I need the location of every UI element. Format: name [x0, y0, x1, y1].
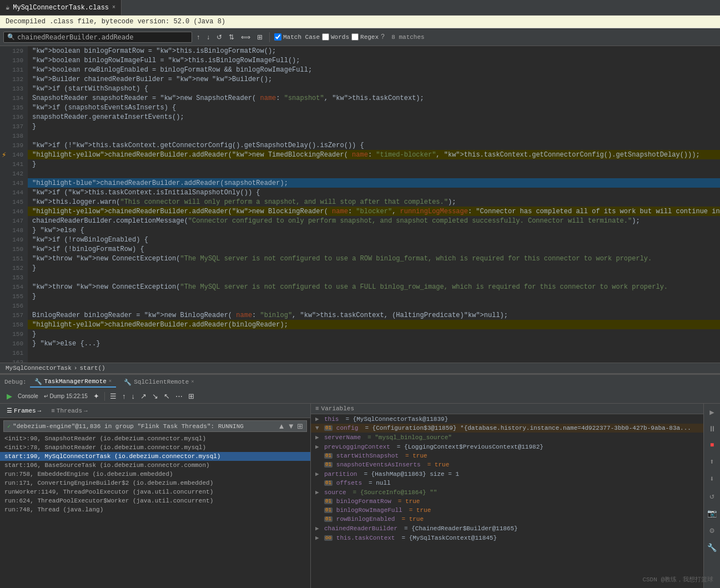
var-expand-icon[interactable]: ▶ — [315, 415, 322, 423]
side-camera-icon[interactable]: 📷 — [706, 507, 718, 520]
gutter-line: 162 — [0, 358, 28, 363]
threads-tab[interactable]: ≡ Threads → — [48, 407, 90, 415]
debug-extra-btn[interactable]: ⊞ — [186, 391, 197, 401]
debug-down-btn[interactable]: ↓ — [129, 391, 137, 401]
var-item[interactable]: ▶source= {SourceInfo@11864} "" — [311, 488, 703, 497]
side-resume-icon[interactable]: ▶ — [708, 406, 716, 419]
var-item[interactable]: 01rowBinlogEnabled= true — [311, 515, 703, 524]
regex-label[interactable]: Regex — [351, 33, 379, 41]
code-line: "kw">boolean binlogRowImageFull = "kw">t… — [28, 56, 720, 65]
file-tab[interactable]: ☕ MySqlConnectorTask.class × — [0, 0, 122, 15]
search-next-btn[interactable]: ↓ — [204, 32, 212, 42]
thread-up-btn[interactable]: ▲ — [278, 422, 285, 430]
var-item[interactable]: 01binlogFormatRow= true — [311, 497, 703, 506]
var-expand-icon[interactable]: ▶ — [315, 525, 322, 532]
side-pause-icon[interactable]: ⏸ — [707, 423, 718, 435]
regex-text: Regex — [360, 34, 379, 41]
code-line: "kw">if (!rowBinlogEnabled) { — [28, 235, 720, 244]
var-item[interactable]: 01offsets= null — [311, 479, 703, 488]
side-gear-icon[interactable]: ⚙ — [708, 524, 716, 537]
var-expand-icon[interactable]: ▶ — [315, 443, 322, 450]
debug-frames-btn[interactable]: ☰ — [108, 391, 119, 401]
var-type-badge: 01 — [324, 507, 333, 513]
search-refresh-btn[interactable]: ↺ — [214, 32, 224, 42]
side-refresh-icon[interactable]: ↺ — [708, 490, 716, 502]
var-item[interactable]: 01startWithSnapshot= true — [311, 451, 703, 460]
info-bar-text: Decompiled .class file, bytecode version… — [6, 18, 225, 26]
var-expand-icon[interactable]: ▼ — [315, 425, 322, 431]
debug-tab-task-close[interactable]: × — [109, 379, 112, 384]
search-input[interactable] — [17, 33, 178, 41]
debug-tab-sql-close[interactable]: × — [191, 379, 194, 385]
tab-close-btn[interactable]: × — [112, 4, 115, 11]
var-expand-icon[interactable]: ▶ — [315, 534, 322, 541]
words-checkbox[interactable] — [322, 33, 329, 41]
thread-down-btn[interactable]: ▼ — [288, 422, 295, 430]
stack-item[interactable]: runWorker:1149, ThreadPoolExecutor (java… — [0, 488, 310, 496]
debug-tab-task[interactable]: 🔧 TaskManagerRemote × — [30, 377, 117, 388]
stack-item[interactable]: run:624, ThreadPoolExecutor$Worker (java… — [0, 496, 310, 505]
side-icons: ▶ ⏸ ■ ⬆ ⬇ ↺ 📷 ⚙ 🔧 — [703, 404, 720, 588]
debug-up-btn[interactable]: ↑ — [120, 391, 128, 401]
search-filter-btn[interactable]: ⇅ — [226, 32, 236, 42]
stack-item[interactable]: run:758, EmbeddedEngine (io.debezium.emb… — [0, 470, 310, 479]
gutter-line: 160 — [0, 339, 28, 348]
var-item[interactable]: ▶chainedReaderBuilder= {ChainedReader$Bu… — [311, 524, 703, 533]
debug-step-over[interactable]: ↗ — [138, 391, 149, 401]
var-expand-icon[interactable]: ▶ — [315, 434, 322, 441]
var-item[interactable]: ▶oothis.taskContext= {MySqlTaskContext@1… — [311, 533, 703, 542]
var-value: = {LoggingContext$PreviousContext@11982} — [397, 444, 543, 450]
side-tool-icon[interactable]: 🔧 — [706, 541, 718, 554]
var-name: binlogRowImageFull — [336, 507, 402, 514]
debug-tab-task-label: TaskManagerRemote — [44, 378, 107, 385]
code-line — [28, 358, 720, 363]
side-stop-icon[interactable]: ■ — [708, 440, 716, 451]
var-item[interactable]: ▼01config= {Configuration$3@11859} *{dat… — [311, 424, 703, 433]
debug-more-btn[interactable]: ⋯ — [173, 391, 185, 401]
var-item[interactable]: ▶prevLoggingContext= {LoggingContext$Pre… — [311, 442, 703, 451]
breadcrumb-class: MySqlConnectorTask — [6, 365, 72, 371]
var-item[interactable]: ▶serverName= "mysql_binlog_source" — [311, 433, 703, 442]
debug-console-btn[interactable]: Console — [16, 392, 41, 400]
stack-item[interactable]: start:106, BaseSourceTask (io.debezium.c… — [0, 461, 310, 470]
var-type-badge: 01 — [324, 453, 333, 459]
search-prev-btn[interactable]: ↑ — [194, 32, 202, 42]
debug-resume-btn[interactable]: ▶ — [4, 391, 14, 401]
regex-checkbox[interactable] — [351, 33, 359, 41]
side-down-icon[interactable]: ⬇ — [708, 473, 716, 485]
search-filter2-btn[interactable]: ⟺ — [239, 32, 253, 42]
debug-step-out[interactable]: ↖ — [162, 391, 172, 401]
thread-dropdown-row: ✓ "debezium-engine"@11,836 in group "Fli… — [3, 420, 307, 432]
var-item[interactable]: 01binlogRowImageFull= true — [311, 506, 703, 515]
debug-dump-btn[interactable]: ↵ Dump 15:22:15 — [42, 392, 90, 400]
stack-item[interactable]: run:171, ConvertingEngineBuilder$2 (io.d… — [0, 479, 310, 488]
match-case-label[interactable]: Match Case — [274, 33, 320, 41]
var-item[interactable]: ▶this= {MySqlConnectorTask@11839} — [311, 414, 703, 424]
gutter-line: 157 — [0, 310, 28, 320]
stack-item[interactable]: run:748, Thread (java.lang) — [0, 505, 310, 514]
breadcrumb-method: start() — [79, 365, 105, 371]
stack-item[interactable]: start:190, MySqlConnectorTask (io.debezi… — [0, 452, 310, 461]
frames-tab[interactable]: ☰ Frames → — [3, 406, 44, 415]
search-filter3-btn[interactable]: ⊞ — [255, 32, 265, 42]
thread-dropdown[interactable]: ✓ "debezium-engine"@11,836 in group "Fli… — [3, 420, 307, 432]
stack-item[interactable]: <init>:90, SnapshotReader (io.debezium.c… — [0, 434, 310, 443]
debug-step-into[interactable]: ↘ — [150, 391, 160, 401]
code-content[interactable]: "kw">boolean binlogFormatRow = "kw">this… — [28, 46, 720, 363]
var-item[interactable]: ▶partition= {HashMap@11863} size = 1 — [311, 469, 703, 479]
words-label[interactable]: Words — [322, 33, 349, 41]
help-icon[interactable]: ? — [381, 33, 385, 41]
debug-settings-btn[interactable]: ✦ — [91, 391, 102, 401]
stack-item[interactable]: <init>:78, SnapshotReader (io.debezium.c… — [0, 443, 310, 452]
match-case-checkbox[interactable] — [274, 33, 281, 41]
debug-tab-sql[interactable]: 🔧 SqlClientRemote × — [119, 378, 198, 387]
gutter-line: 137 — [0, 122, 28, 131]
thread-filter-btn[interactable]: ⊞ — [297, 422, 303, 430]
var-expand-icon[interactable]: ▶ — [315, 489, 322, 496]
var-value: = "mysql_binlog_source" — [367, 434, 452, 441]
side-up-icon[interactable]: ⬆ — [708, 455, 716, 468]
var-expand-icon[interactable]: ▶ — [315, 470, 322, 478]
info-bar: Decompiled .class file, bytecode version… — [0, 16, 720, 28]
var-item[interactable]: 01snapshotEventsAsInserts= true — [311, 460, 703, 469]
gutter-line: 151 — [0, 254, 28, 263]
